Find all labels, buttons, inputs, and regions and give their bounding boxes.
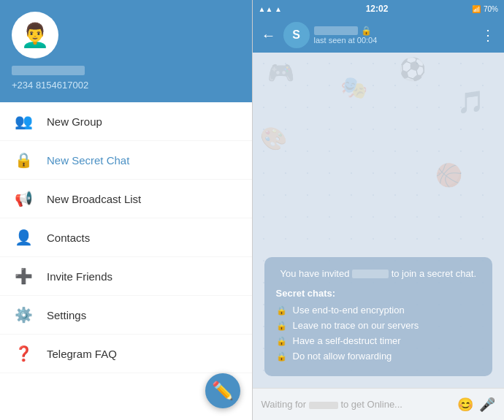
menu-label-broadcast: New Broadcast List (47, 193, 141, 205)
avatar-letter: S (292, 28, 300, 42)
contact-name-placeholder (314, 26, 358, 35)
secret-chat-info-bubble: You have invited to join a secret chat. … (264, 257, 493, 376)
status-bar-right: ▲▲ ▲ 12:02 📶 70% (253, 0, 505, 18)
feature-text-3: Have a self-destruct timer (293, 335, 401, 346)
menu-item-faq[interactable]: ❓ Telegram FAQ (0, 335, 252, 373)
feature-no-forward: 🔒 Do not allow forwarding (276, 351, 481, 362)
doodle-1: 🎮 (267, 60, 294, 85)
lock-icon-feature-3: 🔒 (276, 336, 287, 346)
waiting-prefix: Waiting for (261, 399, 309, 410)
menu-item-broadcast[interactable]: 📢 New Broadcast List (0, 180, 252, 218)
feature-text-4: Do not allow forwarding (293, 351, 392, 362)
menu-avatar: 👨‍🦱 (12, 12, 58, 58)
menu-item-contacts[interactable]: 👤 Contacts (0, 218, 252, 257)
lock-icon-feature-1: 🔒 (276, 305, 287, 316)
menu-item-settings[interactable]: ⚙️ Settings (0, 296, 252, 335)
waiting-user-placeholder (309, 402, 338, 409)
secret-chats-label: Secret chats: (276, 288, 481, 299)
menu-label-invite: Invite Friends (47, 270, 112, 283)
group-icon: 👥 (15, 112, 32, 130)
smiley-icon[interactable]: 😊 (457, 397, 473, 413)
feature-text-2: Leave no trace on our servers (293, 320, 419, 331)
signal-indicator-right: ▲▲ ▲ (259, 5, 282, 13)
lock-icon-toolbar: 🔒 (361, 26, 372, 36)
time-right: 12:02 (366, 4, 389, 14)
toolbar-info: 🔒 last seen at 00:04 (314, 26, 474, 45)
invite-suffix: to join a secret chat. (392, 268, 476, 279)
chat-body: 🎮 ⚽ 🎵 🎨 🏀 🎭 You have invited to join a s… (253, 53, 505, 388)
last-seen-status: last seen at 00:04 (314, 36, 474, 45)
compose-fab[interactable]: ✏️ (205, 373, 240, 408)
contacts-icon: 👤 (15, 229, 32, 246)
secret-chat-icon: 🔒 (15, 151, 32, 169)
menu-items-list: 👥 New Group 🔒 New Secret Chat 📢 New Broa… (0, 102, 252, 373)
feature-self-destruct: 🔒 Have a self-destruct timer (276, 335, 481, 346)
compose-icon: ✏️ (212, 381, 234, 401)
lock-icon-feature-4: 🔒 (276, 351, 287, 362)
bottom-action-icons: 😊 🎤 (457, 397, 495, 413)
menu-item-new-group[interactable]: 👥 New Group (0, 102, 252, 141)
doodle-2: ⚽ (399, 56, 426, 82)
waiting-suffix: to get Online... (340, 399, 402, 410)
menu-label-faq: Telegram FAQ (47, 348, 117, 360)
broadcast-icon: 📢 (15, 190, 32, 207)
menu-item-invite[interactable]: ➕ Invite Friends (0, 257, 252, 296)
doodle-5: 🏀 (435, 162, 462, 188)
status-icons-right: 📶 70% (472, 5, 498, 13)
menu-item-new-secret-chat[interactable]: 🔒 New Secret Chat (0, 141, 252, 180)
menu-label-contacts: Contacts (47, 232, 90, 244)
right-panel: ▲▲ ▲ 12:02 📶 70% ← S 🔒 last seen at 00:0… (253, 0, 505, 420)
feature-encryption: 🔒 Use end-to-end encryption (276, 305, 481, 316)
side-menu: 👨‍🦱 +234 8154617002 👥 New Group 🔒 New Se… (0, 0, 252, 420)
menu-header: 👨‍🦱 +234 8154617002 (0, 0, 252, 102)
feature-text-1: Use end-to-end encryption (293, 305, 405, 316)
chat-bottom-bar: Waiting for to get Online... 😊 🎤 (253, 388, 505, 420)
invite-text: You have invited to join a secret chat. (276, 267, 481, 280)
doodle-4: 🎨 (260, 126, 287, 151)
mic-icon[interactable]: 🎤 (479, 397, 495, 413)
left-panel: ▲▲ ▲ 11:48 📶 🔋 🔍 Tue i... 11:44 (0, 0, 252, 420)
invite-prefix: You have invited (280, 268, 352, 279)
wifi-icon-right: 📶 (472, 5, 481, 13)
settings-icon: ⚙️ (15, 306, 32, 324)
menu-label-new-group: New Group (47, 115, 102, 128)
chat-avatar-toolbar: S (283, 22, 310, 48)
more-options-button[interactable]: ⋮ (478, 23, 498, 47)
menu-label-new-secret-chat: New Secret Chat (47, 154, 129, 167)
battery-right: 70% (484, 5, 498, 13)
waiting-text: Waiting for to get Online... (261, 399, 452, 410)
chat-toolbar: ← S 🔒 last seen at 00:04 ⋮ (253, 18, 505, 53)
invited-user-placeholder (352, 270, 389, 278)
doodle-3: 🎵 (457, 89, 484, 115)
faq-icon: ❓ (15, 345, 32, 362)
doodle-6: 🎭 (340, 75, 367, 100)
menu-label-settings: Settings (47, 309, 86, 321)
feature-no-trace: 🔒 Leave no trace on our servers (276, 320, 481, 331)
menu-username (12, 66, 85, 75)
invite-icon: ➕ (15, 267, 32, 285)
menu-phone: +234 8154617002 (12, 80, 240, 91)
lock-icon-feature-2: 🔒 (276, 321, 287, 331)
avatar-emoji: 👨‍🦱 (20, 21, 50, 49)
toolbar-name-row: 🔒 (314, 26, 474, 36)
back-button[interactable]: ← (259, 24, 279, 47)
